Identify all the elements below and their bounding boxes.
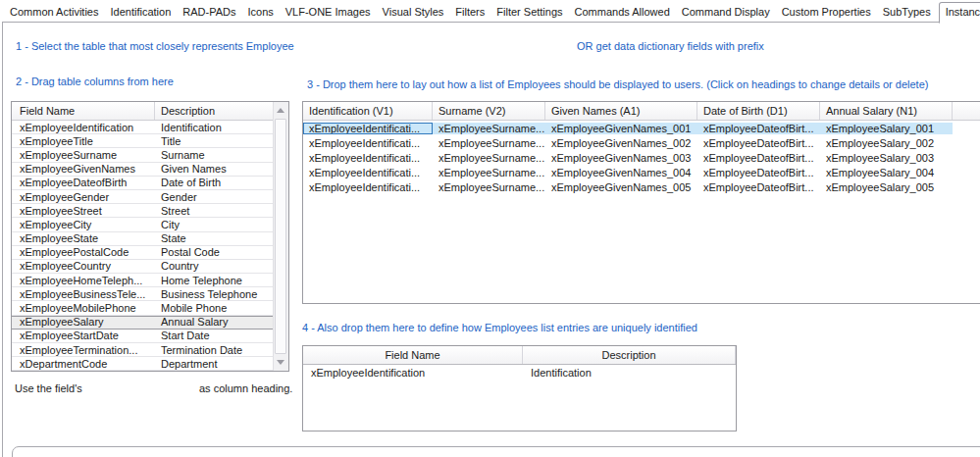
layout-cell: xEmployeeSalary_001 bbox=[820, 123, 953, 134]
layout-column-header[interactable]: Surname (V2) bbox=[433, 102, 545, 120]
key-row[interactable]: xEmployeeIdentificationIdentification bbox=[303, 365, 736, 381]
layout-row[interactable]: xEmployeeIdentificati...xEmployeeSurname… bbox=[303, 180, 980, 195]
field-row[interactable]: xEmployeeGivenNamesGiven Names bbox=[12, 163, 274, 177]
field-name-cell: xEmployeeDateofBirth bbox=[12, 177, 155, 188]
field-row[interactable]: xDepartmentCodeDepartment bbox=[12, 357, 274, 371]
tab-commands-allowed[interactable]: Commands Allowed bbox=[571, 3, 674, 21]
layout-column-header[interactable]: Given Names (A1) bbox=[545, 102, 697, 120]
layout-cell: xEmployeeIdentificati... bbox=[303, 137, 433, 149]
field-description-cell: Date of Birth bbox=[155, 177, 274, 188]
key-field-name-cell: xEmployeeIdentification bbox=[303, 367, 523, 379]
drop-layout-label: 3 - Drop them here to lay out how a list… bbox=[307, 78, 928, 90]
field-list-scrollbar[interactable] bbox=[273, 102, 288, 371]
layout-cell: xEmployeeDateofBirt... bbox=[697, 123, 820, 134]
key-field-name-column-header[interactable]: Field Name bbox=[303, 346, 523, 364]
field-name-cell: xEmployeeGender bbox=[12, 191, 155, 203]
scrollbar-thumb[interactable] bbox=[275, 119, 286, 354]
layout-row[interactable]: xEmployeeIdentificati...xEmployeeSurname… bbox=[303, 150, 980, 165]
tab-identification[interactable]: Identification bbox=[106, 3, 175, 21]
field-row[interactable]: xEmployeeSurnameSurname bbox=[12, 148, 274, 162]
layout-cell: xEmployeeDateofBirt... bbox=[697, 167, 820, 178]
tab-rad-pads[interactable]: RAD-PADs bbox=[179, 3, 239, 21]
layout-cell: xEmployeeIdentificati... bbox=[303, 123, 433, 134]
key-fields-table: Field Name Description xEmployeeIdentifi… bbox=[302, 345, 737, 432]
field-row[interactable]: xEmployeeSalaryAnnual Salary bbox=[12, 316, 274, 330]
field-row[interactable]: xEmployeeTermination...Termination Date bbox=[12, 343, 274, 357]
field-description-cell: Business Telephone bbox=[155, 288, 274, 300]
field-name-cell: xEmployeeCountry bbox=[12, 260, 155, 272]
field-name-cell: xEmployeeStartDate bbox=[12, 330, 155, 341]
field-row[interactable]: xEmployeeCityCity bbox=[12, 218, 274, 231]
field-row[interactable]: xEmployeeStateState bbox=[12, 232, 274, 246]
layout-cell: xEmployeeDateofBirt... bbox=[697, 181, 820, 193]
layout-header-filler bbox=[953, 102, 980, 120]
scroll-up-icon[interactable] bbox=[277, 108, 284, 113]
layout-column-header[interactable]: Annual Salary (N1) bbox=[820, 102, 953, 120]
field-row[interactable]: xEmployeeHomeTeleph...Home Telephone bbox=[12, 274, 274, 287]
tab-instance-list[interactable]: Instance List bbox=[939, 2, 980, 24]
field-row[interactable]: xEmployeePostalCodePostal Code bbox=[12, 246, 274, 260]
scroll-down-icon[interactable] bbox=[277, 360, 284, 365]
drag-columns-label: 2 - Drag table columns from here bbox=[16, 76, 174, 87]
tab-bar: Common ActivitiesIdentificationRAD-PADsI… bbox=[0, 0, 980, 23]
tab-filter-settings[interactable]: Filter Settings bbox=[492, 3, 566, 21]
field-name-cell: xEmployeeState bbox=[12, 232, 155, 244]
layout-cell: xEmployeeSalary_005 bbox=[820, 181, 953, 193]
field-row[interactable]: xEmployeeIdentificationIdentification bbox=[12, 121, 274, 134]
as-column-heading-label: as column heading. bbox=[199, 382, 292, 394]
field-row[interactable]: xEmployeeCountryCountry bbox=[12, 260, 274, 274]
field-row[interactable]: xEmployeeBusinessTele...Business Telepho… bbox=[12, 287, 274, 301]
field-row[interactable]: xEmployeeGenderGender bbox=[12, 190, 274, 204]
field-name-cell: xEmployeeSurname bbox=[12, 149, 155, 161]
layout-cell: xEmployeeSalary_004 bbox=[820, 167, 953, 178]
list-layout-table: Identification (V1)Surname (V2)Given Nam… bbox=[302, 101, 980, 304]
tab-command-display[interactable]: Command Display bbox=[678, 3, 774, 21]
layout-column-header[interactable]: Date of Birth (D1) bbox=[697, 102, 820, 120]
layout-row[interactable]: xEmployeeIdentificati...xEmployeeSurname… bbox=[303, 121, 980, 135]
tab-common-activities[interactable]: Common Activities bbox=[6, 3, 102, 21]
key-description-cell: Identification bbox=[523, 367, 736, 379]
layout-cell: xEmployeeIdentificati... bbox=[303, 181, 433, 193]
field-name-column-header[interactable]: Field Name bbox=[12, 102, 155, 120]
field-name-cell: xEmployeeBusinessTele... bbox=[12, 288, 155, 300]
use-fields-label: Use the field's bbox=[15, 382, 82, 394]
field-description-cell: Country bbox=[155, 260, 274, 272]
select-table-label: 1 - Select the table that most closely r… bbox=[16, 40, 294, 52]
tab-icons[interactable]: Icons bbox=[243, 3, 277, 21]
field-description-cell: Gender bbox=[155, 191, 274, 203]
field-row[interactable]: xEmployeeMobilePhoneMobile Phone bbox=[12, 301, 274, 315]
field-description-cell: Street bbox=[155, 205, 274, 217]
layout-cell: xEmployeeGivenNames_001 bbox=[545, 123, 697, 134]
tab-vlf-one-images[interactable]: VLF-ONE Images bbox=[282, 3, 375, 21]
layout-cell: xEmployeeSurname... bbox=[433, 123, 545, 134]
tab-filters[interactable]: Filters bbox=[451, 3, 489, 21]
tab-subtypes[interactable]: SubTypes bbox=[879, 3, 935, 21]
field-row[interactable]: xEmployeeStreetStreet bbox=[12, 204, 274, 218]
description-column-header[interactable]: Description bbox=[155, 102, 274, 120]
key-description-column-header[interactable]: Description bbox=[523, 346, 736, 364]
unique-id-label: 4 - Also drop them here to define how Em… bbox=[302, 322, 697, 333]
field-name-cell: xEmployeeTermination... bbox=[12, 344, 155, 356]
field-description-cell: City bbox=[155, 219, 274, 230]
field-row[interactable]: xEmployeeStartDateStart Date bbox=[12, 330, 274, 343]
field-row[interactable]: xEmployeeTitleTitle bbox=[12, 134, 274, 148]
field-row[interactable]: xEmployeeDateofBirthDate of Birth bbox=[12, 177, 274, 190]
tab-visual-styles[interactable]: Visual Styles bbox=[379, 3, 448, 21]
field-name-cell: xEmployeeTitle bbox=[12, 135, 155, 147]
layout-column-header[interactable]: Identification (V1) bbox=[303, 102, 433, 120]
field-description-cell: State bbox=[155, 232, 274, 244]
layout-cell: xEmployeeSalary_003 bbox=[820, 152, 953, 164]
layout-cell: xEmployeeGivenNames_002 bbox=[545, 137, 697, 149]
field-description-cell: Given Names bbox=[155, 163, 274, 175]
layout-row[interactable]: xEmployeeIdentificati...xEmployeeSurname… bbox=[303, 135, 980, 150]
field-name-cell: xEmployeeGivenNames bbox=[12, 163, 155, 175]
layout-cell: xEmployeeSurname... bbox=[433, 137, 545, 149]
field-list: Field Name Description xEmployeeIdentifi… bbox=[11, 101, 289, 372]
field-description-cell: Annual Salary bbox=[155, 316, 274, 328]
tab-custom-properties[interactable]: Custom Properties bbox=[778, 3, 875, 21]
layout-row[interactable]: xEmployeeIdentificati...xEmployeeSurname… bbox=[303, 166, 980, 180]
field-name-cell: xEmployeeIdentification bbox=[12, 122, 155, 133]
layout-cell: xEmployeeSurname... bbox=[433, 152, 545, 164]
prefix-label: OR get data dictionary fields with prefi… bbox=[577, 40, 764, 52]
layout-cell: xEmployeeIdentificati... bbox=[303, 152, 433, 164]
